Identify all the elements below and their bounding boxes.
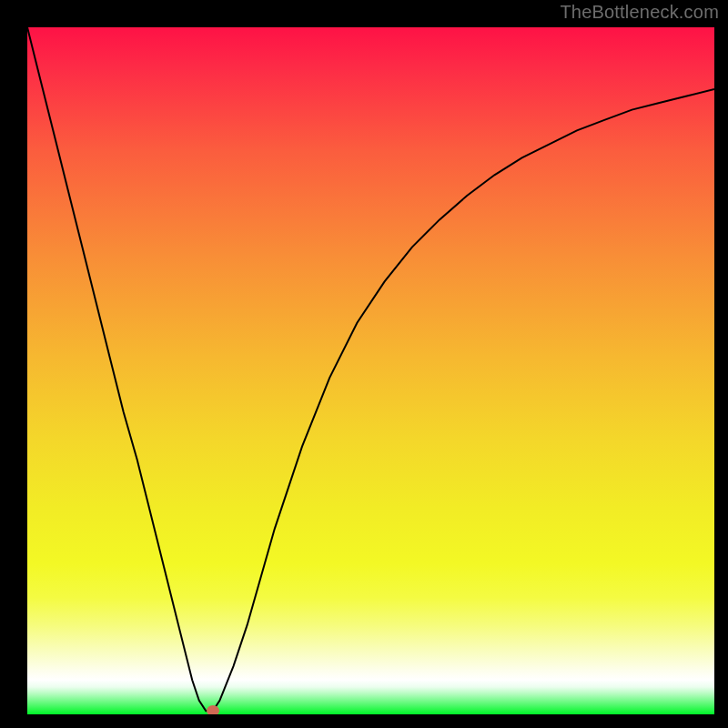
bottleneck-curve: [27, 27, 714, 714]
plot-area: [27, 27, 714, 714]
optimal-point-marker: [207, 705, 219, 714]
watermark-text: TheBottleneck.com: [560, 2, 719, 23]
curve-path: [27, 27, 714, 711]
chart-root: TheBottleneck.com: [0, 0, 728, 728]
